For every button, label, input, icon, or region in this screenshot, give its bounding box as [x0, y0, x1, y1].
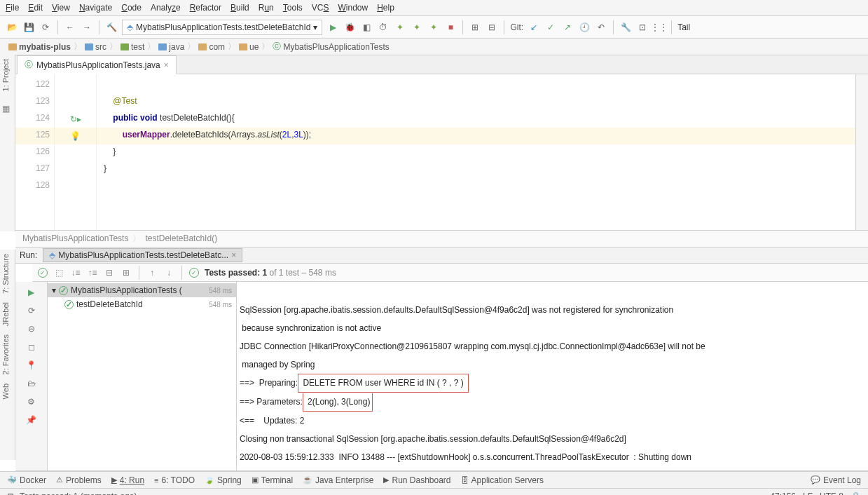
- jrebel-tool[interactable]: JRebel: [0, 298, 11, 330]
- tool-problems[interactable]: ⚠ Problems: [56, 475, 102, 485]
- menu-file[interactable]: File: [6, 3, 19, 13]
- rerun-cfg-icon[interactable]: ⟳: [25, 304, 38, 317]
- prev-icon[interactable]: ↑: [146, 267, 158, 278]
- structure-tool[interactable]: 7: Structure: [0, 250, 11, 298]
- web-tool[interactable]: Web: [0, 379, 11, 403]
- git-history-icon[interactable]: 🕘: [578, 21, 591, 34]
- save-icon[interactable]: 💾: [22, 21, 35, 34]
- menu-run[interactable]: Run: [259, 3, 274, 13]
- tool-dashboard[interactable]: ▶ Run Dashboard: [383, 475, 450, 485]
- console-output[interactable]: SqlSession [org.apache.ibatis.session.de…: [237, 282, 868, 470]
- layout-icon[interactable]: ⊞: [469, 21, 481, 34]
- tool-run[interactable]: ▶ 4: Run: [111, 475, 144, 485]
- bc-ue[interactable]: ue: [235, 41, 263, 53]
- debug-icon[interactable]: 🐞: [343, 21, 356, 34]
- bulb-icon[interactable]: 💡: [70, 131, 81, 141]
- menu-build[interactable]: Build: [230, 3, 249, 13]
- tool-todo[interactable]: ≡ 6: TODO: [154, 475, 195, 485]
- tool-docker[interactable]: 🐳 Docker: [7, 475, 46, 485]
- close-run-tab-icon[interactable]: ×: [231, 250, 236, 260]
- bc-class[interactable]: ⓒMybatisPlusApplicationTests: [268, 39, 393, 54]
- toggle-icon[interactable]: ⊖: [25, 323, 38, 335]
- bc-com[interactable]: com: [194, 41, 229, 53]
- menu-help[interactable]: Help: [377, 3, 394, 13]
- run-tab[interactable]: ⬘ MybatisPlusApplicationTests.testDelete…: [43, 248, 242, 262]
- test-tree[interactable]: ▾✓ MybatisPlusApplicationTests (548 ms ✓…: [48, 282, 237, 470]
- bc-test[interactable]: test: [116, 41, 149, 53]
- run-config-label: MybatisPlusApplicationTests.testDeleteBa…: [136, 22, 310, 32]
- git-revert-icon[interactable]: ↶: [595, 21, 607, 34]
- coverage-icon[interactable]: ◧: [360, 21, 373, 34]
- stop-icon[interactable]: ■: [444, 21, 457, 34]
- sql-prepare-box: DELETE FROM user WHERE id IN ( ? , ? ): [298, 374, 469, 393]
- line-sep[interactable]: LF: [803, 491, 813, 496]
- sort-down-icon[interactable]: ↓≡: [70, 267, 81, 278]
- stop-icon[interactable]: ◻: [25, 341, 38, 353]
- menu-edit[interactable]: Edit: [28, 3, 43, 13]
- next-icon[interactable]: ↓: [163, 267, 174, 278]
- menu-code[interactable]: Code: [121, 3, 142, 13]
- status-ok-icon: ✓: [189, 268, 199, 278]
- structure-icon[interactable]: ⊡: [636, 21, 649, 34]
- test-child-row[interactable]: ✓testDeleteBatchId548 ms: [48, 297, 236, 311]
- tool-javaee[interactable]: ☕ Java Enterprise: [303, 475, 373, 485]
- scroll-icon[interactable]: ⬚: [53, 267, 64, 278]
- attach-icon[interactable]: ✦: [394, 21, 406, 34]
- menu-analyze[interactable]: Analyze: [151, 3, 181, 13]
- tool-appservers[interactable]: 🗄 Application Servers: [461, 475, 544, 485]
- menu-tools[interactable]: Tools: [283, 3, 303, 13]
- menu-window[interactable]: Window: [338, 3, 368, 13]
- help-icon[interactable]: 📌: [25, 414, 38, 426]
- right-scroll-rail[interactable]: [855, 74, 868, 230]
- export-icon[interactable]: 🗁: [25, 377, 38, 390]
- tool-eventlog[interactable]: 💬 Event Log: [811, 475, 861, 485]
- rerun-icon[interactable]: ▶: [25, 286, 38, 299]
- jrebel-run-icon[interactable]: ✦: [411, 21, 423, 34]
- menu-refactor[interactable]: Refactor: [190, 3, 221, 13]
- layout2-icon[interactable]: ⊟: [485, 21, 498, 34]
- sort-up-icon[interactable]: ↑≡: [87, 267, 98, 278]
- bc-root[interactable]: mybatis-plus: [4, 41, 75, 53]
- code-editor[interactable]: @Test public void testDeleteBatchId(){ u…: [97, 74, 855, 230]
- run-icon[interactable]: ▶: [326, 21, 339, 34]
- run-gutter-icon[interactable]: ↻▸: [70, 114, 81, 124]
- pin-icon[interactable]: 📍: [25, 359, 38, 372]
- run-config-selector[interactable]: ⬘ MybatisPlusApplicationTests.testDelete…: [122, 20, 322, 35]
- open-icon[interactable]: 📂: [6, 21, 18, 34]
- git-update-icon[interactable]: ↙: [528, 21, 540, 34]
- status-tool-icon[interactable]: ⊞: [7, 491, 14, 496]
- caret-pos[interactable]: 47:156: [770, 491, 796, 496]
- favorites-tool[interactable]: 2: Favorites: [0, 330, 11, 379]
- back-icon[interactable]: ←: [64, 21, 76, 34]
- jrebel-debug-icon[interactable]: ✦: [427, 21, 440, 34]
- forward-icon[interactable]: →: [81, 21, 93, 34]
- git-commit-icon[interactable]: ✓: [544, 21, 557, 34]
- main-toolbar: 📂 💾 ⟳ ← → 🔨 ⬘ MybatisPlusApplicationTest…: [0, 16, 868, 39]
- tool-terminal[interactable]: ▣ Terminal: [252, 475, 293, 485]
- menu-navigate[interactable]: Navigate: [79, 3, 112, 13]
- tail-label[interactable]: Tail: [677, 22, 690, 32]
- settings-run-icon[interactable]: ⚙: [25, 395, 38, 408]
- bc-src[interactable]: src: [81, 41, 111, 53]
- menu-view[interactable]: View: [52, 3, 70, 13]
- more-icon[interactable]: ⋮⋮: [653, 21, 666, 34]
- pass-filter-icon[interactable]: ✓: [38, 268, 48, 278]
- close-tab-icon[interactable]: ×: [164, 60, 169, 70]
- menu-vcs[interactable]: VCS: [312, 3, 329, 13]
- bc-java[interactable]: java: [154, 41, 188, 53]
- lock-icon[interactable]: 🔒: [850, 491, 861, 496]
- git-push-icon[interactable]: ↗: [561, 21, 574, 34]
- sync-icon[interactable]: ⟳: [39, 21, 52, 34]
- tool-spring[interactable]: 🍃 Spring: [205, 475, 242, 485]
- build-icon[interactable]: 🔨: [105, 21, 118, 34]
- run-window-header: Run: ⬘ MybatisPlusApplicationTests.testD…: [15, 247, 868, 264]
- project-tool[interactable]: 1: Project: [0, 55, 11, 95]
- collapse-icon[interactable]: ⊞: [120, 267, 132, 278]
- sql-params-box: 2(Long), 3(Long): [303, 393, 373, 412]
- encoding[interactable]: UTF-8: [820, 491, 843, 496]
- expand-icon[interactable]: ⊟: [104, 267, 115, 278]
- settings-icon[interactable]: 🔧: [619, 21, 632, 34]
- editor-tab-active[interactable]: ⓒ MybatisPlusApplicationTests.java ×: [17, 55, 177, 74]
- test-root-row[interactable]: ▾✓ MybatisPlusApplicationTests (548 ms: [48, 283, 236, 297]
- profile-icon[interactable]: ⏱: [377, 21, 390, 34]
